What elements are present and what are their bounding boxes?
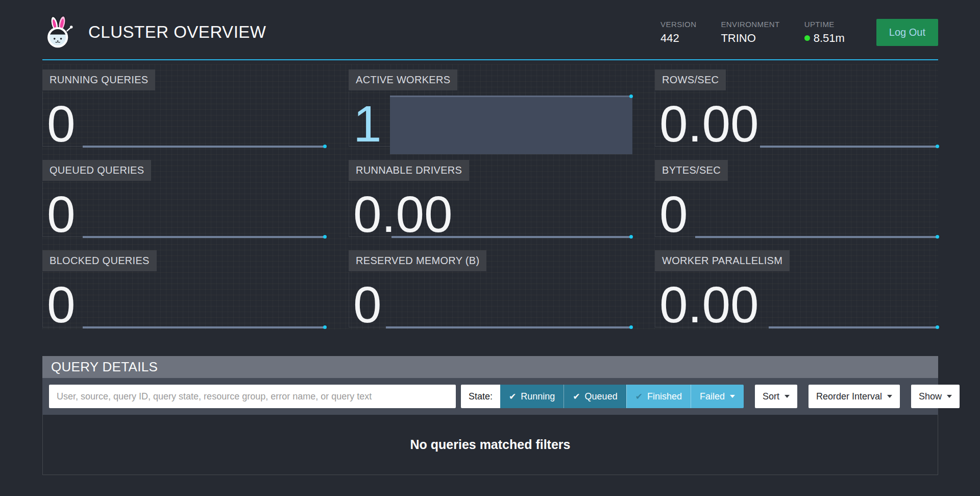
stat-label: QUEUED QUERIES: [42, 160, 151, 181]
sparkline-endpoint-dot: [936, 325, 939, 329]
stat-value: 0: [47, 98, 76, 149]
sparkline-chart: 0: [349, 272, 632, 327]
uptime-meta: UPTIME 8.51m: [804, 20, 845, 45]
sparkline-endpoint-dot: [323, 325, 327, 329]
version-meta: VERSION 442: [660, 20, 696, 45]
environment-label: ENVIRONMENT: [721, 20, 779, 29]
page-title: CLUSTER OVERVIEW: [88, 22, 266, 42]
stat-card-active-workers: ACTIVE WORKERS 1: [349, 64, 632, 148]
sparkline-chart: 0: [42, 272, 326, 327]
header-meta-group: VERSION 442 ENVIRONMENT TRINO UPTIME 8.5…: [660, 19, 938, 46]
check-icon: ✔: [635, 391, 643, 402]
sparkline-line: [83, 236, 326, 238]
state-filter-label: State:: [461, 385, 500, 408]
sparkline-chart: 0: [42, 91, 326, 147]
stat-card-worker-parallelism: WORKER PARALLELISM 0.00: [655, 245, 938, 328]
stat-card-runnable-drivers: RUNNABLE DRIVERS 0.00: [349, 155, 632, 238]
brand: CLUSTER OVERVIEW: [42, 15, 266, 49]
show-dropdown-button[interactable]: Show: [911, 385, 960, 408]
stat-value: 0.00: [659, 98, 759, 149]
query-details-section: QUERY DETAILS State: ✔ Running ✔ Queued …: [42, 356, 938, 475]
state-filter-finished[interactable]: ✔ Finished: [626, 385, 691, 408]
stat-label: BYTES/SEC: [655, 160, 728, 181]
stat-label: ROWS/SEC: [655, 69, 726, 90]
sparkline-endpoint-dot: [323, 235, 327, 239]
stat-card-reserved-memory: RESERVED MEMORY (B) 0: [349, 245, 632, 328]
sparkline-endpoint-dot: [323, 145, 327, 148]
stat-label: RESERVED MEMORY (B): [349, 250, 486, 271]
state-filter-label-text: Failed: [700, 391, 725, 402]
query-list-empty-area: No queries matched filters: [42, 415, 938, 475]
sparkline-line: [386, 326, 632, 328]
stat-value: 0: [659, 188, 688, 240]
query-search-input[interactable]: [49, 385, 456, 408]
sparkline-chart: 0: [42, 182, 326, 237]
sparkline-line: [83, 146, 326, 148]
environment-meta: ENVIRONMENT TRINO: [721, 20, 779, 45]
sparkline-chart: 1: [349, 91, 632, 147]
sparkline-line: [760, 146, 938, 148]
sparkline-line: [695, 236, 938, 238]
stat-value: 0: [353, 279, 382, 330]
stat-label: BLOCKED QUERIES: [42, 250, 157, 271]
sparkline-chart: 0.00: [349, 182, 632, 237]
query-filter-toolbar: State: ✔ Running ✔ Queued ✔ Finished: [42, 378, 938, 415]
state-filter-label-text: Finished: [647, 391, 682, 402]
stat-value: 0.00: [659, 279, 759, 330]
sparkline-endpoint-dot: [936, 235, 939, 239]
caret-down-icon: [887, 395, 892, 398]
page: CLUSTER OVERVIEW VERSION 442 ENVIRONMENT…: [42, 0, 938, 475]
query-details-header: QUERY DETAILS: [42, 356, 938, 378]
uptime-green-dot-icon: [804, 35, 810, 41]
caret-down-icon: [730, 395, 735, 398]
cluster-stats-grid: RUNNING QUERIES 0 ACTIVE WORKERS 1 ROWS/…: [42, 64, 938, 329]
sparkline-chart: 0.00: [655, 272, 938, 327]
state-filter-label-text: Queued: [585, 391, 618, 402]
version-label: VERSION: [660, 20, 696, 29]
state-filter-running[interactable]: ✔ Running: [500, 385, 564, 408]
version-value: 442: [660, 32, 679, 45]
state-filter-failed-dropdown[interactable]: ✔ Failed: [691, 385, 744, 408]
sparkline-area: [390, 96, 632, 154]
query-details-title: QUERY DETAILS: [51, 359, 158, 375]
reorder-interval-dropdown-button[interactable]: Reorder Interval: [808, 385, 900, 408]
header: CLUSTER OVERVIEW VERSION 442 ENVIRONMENT…: [42, 0, 938, 59]
reorder-interval-label: Reorder Interval: [816, 391, 882, 402]
sparkline-endpoint-dot: [629, 235, 633, 239]
logout-button[interactable]: Log Out: [876, 19, 938, 46]
stat-value: 0: [47, 279, 76, 330]
sparkline-line: [83, 326, 326, 328]
caret-down-icon: [785, 395, 790, 398]
state-filter-label-text: Running: [521, 391, 555, 402]
stat-label: RUNNABLE DRIVERS: [349, 160, 469, 181]
show-label: Show: [919, 391, 942, 402]
stat-value: 0: [47, 188, 76, 240]
sort-dropdown-button[interactable]: Sort: [755, 385, 797, 408]
stat-card-queued-queries: QUEUED QUERIES 0: [42, 155, 326, 238]
trino-bunny-logo-icon: [42, 15, 75, 49]
sparkline-chart: 0.00: [655, 91, 938, 147]
sort-label: Sort: [763, 391, 779, 402]
check-icon: ✔: [509, 391, 516, 402]
stat-card-bytes-per-sec: BYTES/SEC 0: [655, 155, 938, 238]
stat-label: WORKER PARALLELISM: [655, 250, 790, 271]
sparkline-endpoint-dot: [936, 145, 939, 148]
header-divider: [42, 59, 938, 60]
stat-label: ACTIVE WORKERS: [349, 69, 457, 90]
empty-state-message: No queries matched filters: [410, 437, 571, 452]
sparkline-endpoint-dot: [629, 95, 633, 98]
stat-card-blocked-queries: BLOCKED QUERIES 0: [42, 245, 326, 328]
check-icon: ✔: [573, 391, 580, 402]
stat-value: 1: [353, 98, 382, 149]
caret-down-icon: [947, 395, 952, 398]
sparkline-chart: 0: [655, 182, 938, 237]
stat-card-running-queries: RUNNING QUERIES 0: [42, 64, 326, 148]
environment-value: TRINO: [721, 32, 755, 45]
uptime-value: 8.51m: [814, 32, 845, 45]
stat-value: 0.00: [353, 188, 453, 240]
sparkline-line: [769, 326, 938, 328]
stat-card-rows-per-sec: ROWS/SEC 0.00: [655, 64, 938, 148]
stat-label: RUNNING QUERIES: [42, 69, 155, 90]
sparkline-endpoint-dot: [629, 325, 633, 329]
state-filter-queued[interactable]: ✔ Queued: [564, 385, 626, 408]
